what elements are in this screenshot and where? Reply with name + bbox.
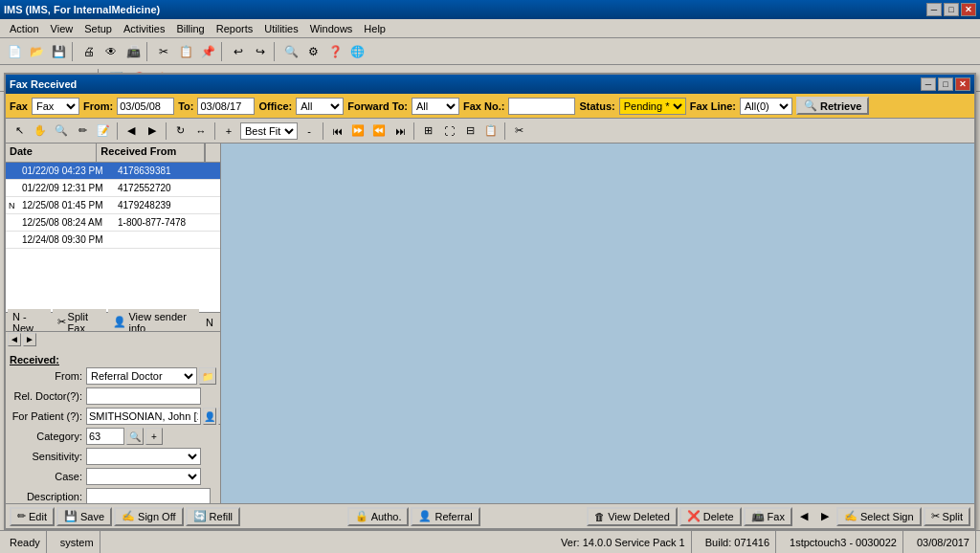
- view-zoom-out-btn[interactable]: -: [300, 122, 319, 141]
- view-select-btn[interactable]: ↖: [10, 122, 29, 141]
- fax-row[interactable]: 12/25/08 08:24 AM 1-800-877-7478: [6, 214, 220, 232]
- fax-bottom-btn[interactable]: 📠 Fax: [744, 507, 792, 526]
- menu-bar: Action View Setup Activities Billing Rep…: [0, 19, 980, 38]
- menu-billing[interactable]: Billing: [170, 22, 210, 35]
- view-draw-btn[interactable]: ✏: [73, 122, 92, 141]
- n-btn[interactable]: N: [201, 315, 218, 330]
- fax-close-btn[interactable]: ✕: [955, 77, 970, 91]
- menu-setup[interactable]: Setup: [78, 22, 118, 35]
- view-sender-icon: 👤: [113, 316, 126, 328]
- sensitivity-select[interactable]: [86, 448, 201, 465]
- new-doc-btn[interactable]: 📄: [4, 41, 25, 62]
- received-section-title: Received:: [10, 354, 216, 365]
- nav-prev-fax-btn[interactable]: ◀: [794, 507, 813, 526]
- close-btn[interactable]: ✕: [961, 3, 976, 16]
- nav-next-fax-btn[interactable]: ▶: [815, 507, 835, 526]
- fax-line-select[interactable]: All(0): [740, 98, 792, 115]
- cut-btn[interactable]: ✂: [153, 41, 174, 62]
- maximize-btn[interactable]: □: [944, 3, 959, 16]
- menu-help[interactable]: Help: [358, 22, 391, 35]
- view-pan-btn[interactable]: ✋: [31, 122, 50, 141]
- minimize-btn[interactable]: ─: [926, 3, 942, 16]
- nav-right-btn[interactable]: ►: [23, 333, 36, 346]
- zoom-select[interactable]: Best Fit 50% 100% 150%: [240, 122, 298, 140]
- info-btn[interactable]: 🌐: [346, 41, 368, 62]
- menu-action[interactable]: Action: [4, 22, 45, 35]
- view-scissors-btn[interactable]: ✂: [509, 122, 528, 141]
- fax-row[interactable]: 12/24/08 09:30 PM: [6, 232, 220, 249]
- category-input[interactable]: [86, 428, 124, 445]
- fax-minimize-btn[interactable]: ─: [921, 77, 936, 91]
- menu-activities[interactable]: Activities: [118, 22, 170, 35]
- view-zoom-in-btn[interactable]: +: [219, 122, 238, 141]
- settings-btn[interactable]: ⚙: [302, 41, 323, 62]
- retrieve-button[interactable]: 🔍 Retrieve: [796, 97, 869, 115]
- menu-utilities[interactable]: Utilities: [258, 22, 303, 35]
- help-main-btn[interactable]: ❓: [324, 41, 345, 62]
- view-rwd-btn[interactable]: ⏪: [369, 122, 389, 141]
- fax-no-input[interactable]: [508, 98, 575, 115]
- delete-button[interactable]: ❌ Delete: [679, 507, 742, 526]
- patient-input[interactable]: [86, 408, 201, 425]
- menu-windows[interactable]: Windows: [304, 22, 359, 35]
- split-button[interactable]: ✂ Split: [924, 507, 970, 526]
- patient-browse-btn[interactable]: 👤: [203, 408, 216, 425]
- from-select[interactable]: Referral Doctor: [86, 367, 197, 385]
- select-sign-button[interactable]: ✍ Select Sign: [836, 507, 922, 526]
- view-flip-btn[interactable]: ↔: [191, 122, 211, 141]
- rel-doctor-field-row: Rel. Doctor(?):: [10, 387, 216, 405]
- view-fwd-btn[interactable]: ⏩: [348, 122, 368, 141]
- to-date-input[interactable]: [197, 98, 255, 115]
- view-grid-btn[interactable]: ⊟: [460, 122, 479, 141]
- category-add-btn[interactable]: +: [145, 428, 163, 445]
- open-btn[interactable]: 📂: [26, 41, 47, 62]
- sign-off-button[interactable]: ✍ Sign Off: [114, 507, 184, 526]
- view-rotate-btn[interactable]: ↻: [170, 122, 189, 141]
- save-button[interactable]: 💾 Save: [56, 507, 112, 526]
- menu-reports[interactable]: Reports: [211, 22, 259, 35]
- retrieve-label: Retrieve: [820, 100, 861, 112]
- fax-row-from: 1-800-877-7478: [115, 217, 220, 228]
- edit-button[interactable]: ✏ Edit: [10, 507, 55, 526]
- view-thumb-btn[interactable]: ⊞: [418, 122, 437, 141]
- status-filter-select[interactable]: Pending * All: [619, 98, 686, 115]
- undo-btn[interactable]: ↩: [228, 41, 249, 62]
- view-deleted-button[interactable]: 🗑 View Deleted: [587, 507, 678, 526]
- rel-doctor-input[interactable]: [86, 387, 201, 405]
- description-input[interactable]: [86, 488, 211, 503]
- save-main-btn[interactable]: 💾: [48, 41, 69, 62]
- referral-button[interactable]: 👤 Referral: [411, 507, 479, 526]
- view-first-btn[interactable]: ⏮: [327, 122, 346, 141]
- category-browse-btn[interactable]: 🔍: [126, 428, 144, 445]
- refill-button[interactable]: 🔄 Refill: [186, 507, 240, 526]
- nav-row: ◄ ►: [6, 331, 220, 346]
- fax-row[interactable]: 01/22/09 12:31 PM 4172552720: [6, 180, 220, 197]
- office-select[interactable]: All: [296, 98, 344, 115]
- case-select[interactable]: [86, 468, 201, 485]
- paste-btn[interactable]: 📌: [197, 41, 218, 62]
- fax-main-btn[interactable]: 📠: [122, 41, 144, 62]
- copy-btn[interactable]: 📋: [175, 41, 196, 62]
- fax-maximize-btn[interactable]: □: [938, 77, 953, 91]
- view-props-btn[interactable]: 📋: [481, 122, 501, 141]
- from-date-input[interactable]: [117, 98, 174, 115]
- forward-to-select[interactable]: All: [412, 98, 459, 115]
- fax-row[interactable]: 01/22/09 04:23 PM 4178639381: [6, 163, 220, 180]
- find-btn[interactable]: 🔍: [280, 41, 301, 62]
- print-btn[interactable]: 🖨: [78, 41, 100, 62]
- preview-btn[interactable]: 👁: [100, 41, 122, 62]
- view-prev-page-btn[interactable]: ◀: [122, 122, 141, 141]
- view-zoom-btn[interactable]: 🔍: [52, 122, 71, 141]
- fax-type-select[interactable]: Fax: [32, 98, 79, 115]
- view-next-page-btn[interactable]: ▶: [143, 122, 162, 141]
- redo-btn[interactable]: ↪: [250, 41, 271, 62]
- view-annotate-btn[interactable]: 📝: [94, 122, 113, 141]
- nav-left-btn[interactable]: ◄: [8, 333, 21, 346]
- autho-button[interactable]: 🔒 Autho.: [347, 507, 410, 526]
- view-last-btn[interactable]: ⏭: [390, 122, 410, 141]
- view-fullscreen-btn[interactable]: ⛶: [439, 122, 458, 141]
- menu-view[interactable]: View: [45, 22, 79, 35]
- patient-info-btn[interactable]: 📋: [218, 408, 220, 425]
- fax-row[interactable]: N 12/25/08 01:45 PM 4179248239: [6, 197, 220, 214]
- from-browse-btn[interactable]: 📁: [199, 367, 216, 385]
